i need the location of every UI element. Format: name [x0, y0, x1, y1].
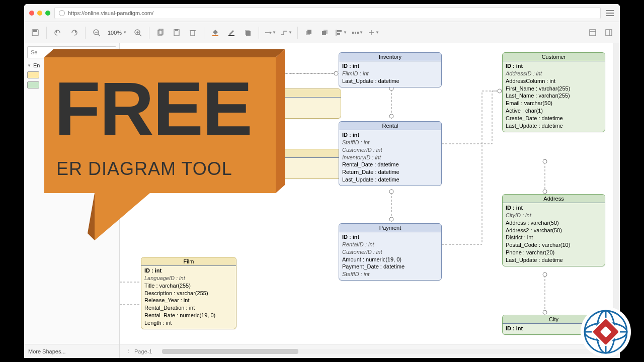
more-shapes-button[interactable]: More Shapes... [24, 344, 120, 358]
line-color-button[interactable] [224, 26, 238, 40]
svg-rect-13 [191, 31, 195, 36]
url-text: https://online.visual-paradigm.com/ [68, 10, 153, 16]
to-back-button[interactable] [318, 26, 332, 40]
entity-column: Last_Name : varchar(255) [506, 92, 602, 100]
svg-rect-27 [352, 32, 354, 34]
entity-title: Rental [339, 122, 441, 130]
outline-panel-toggle[interactable] [602, 26, 616, 40]
entity-column: Title : varchar(255) [144, 282, 233, 290]
window-controls [29, 11, 50, 16]
svg-line-3 [98, 34, 100, 36]
entity-column: ID : int [144, 267, 233, 275]
connection-style-button[interactable]: ▼ [263, 26, 277, 40]
to-front-button[interactable] [302, 26, 316, 40]
info-icon [59, 10, 65, 16]
delete-button[interactable] [186, 26, 200, 40]
vertical-scrollbar[interactable] [613, 43, 620, 344]
svg-point-36 [389, 114, 393, 118]
entity-title: Payment [339, 224, 441, 232]
maximize-window-icon[interactable] [45, 11, 50, 16]
entity-shape-alt-icon[interactable] [27, 81, 39, 88]
entity-column: CustomerID : int [342, 146, 438, 154]
entity-column: AddressID : int [506, 70, 602, 77]
svg-rect-15 [212, 35, 218, 36]
entity-column: Amount : numeric(19, 0) [342, 256, 438, 263]
brand-logo-icon [580, 306, 632, 358]
minimize-window-icon[interactable] [37, 11, 42, 16]
zoom-out-button[interactable] [90, 26, 104, 40]
entity-column: LanguageID : int [144, 275, 233, 282]
diagram-canvas[interactable]: Film ID : intLanguageID : intTitle : var… [120, 43, 613, 344]
align-button[interactable]: ▼ [334, 26, 348, 40]
copy-button[interactable] [153, 26, 168, 40]
menu-icon[interactable] [605, 8, 615, 18]
entity-column: First_Name : varchar(255) [506, 85, 602, 93]
entity-column: Postal_Code : varchar(10) [506, 241, 602, 249]
svg-point-42 [543, 273, 547, 277]
fill-color-button[interactable] [208, 26, 222, 40]
page-tab[interactable]: ⋮Page-1 [120, 348, 158, 354]
entity-shape-icon[interactable] [27, 71, 39, 78]
entity-column: RentalID : int [342, 241, 438, 248]
entity-hidden-1[interactable] [251, 88, 341, 119]
svg-rect-25 [337, 30, 342, 32]
entity-column: StaffID : int [342, 139, 438, 146]
svg-rect-23 [322, 31, 326, 35]
svg-rect-34 [606, 30, 612, 36]
entity-customer[interactable]: Customer ID : intAddressID : intAddressC… [502, 52, 605, 132]
entity-column: Release_Year : int [144, 297, 233, 304]
entity-column: Active : char(1) [506, 107, 602, 115]
entity-address[interactable]: Address ID : intCityID : intAddress : va… [502, 194, 605, 266]
zoom-dropdown[interactable]: 100% ▼ [106, 30, 129, 36]
svg-rect-12 [175, 29, 178, 31]
shapes-sidebar: Se ▼En [24, 43, 120, 344]
format-panel-toggle[interactable] [586, 26, 600, 40]
svg-rect-1 [33, 30, 37, 32]
url-bar[interactable]: https://online.visual-paradigm.com/ [54, 7, 601, 19]
toolbar: 100% ▼ ▼ ▼ ▼ ▼ ▼ [24, 22, 620, 43]
entity-rental[interactable]: Rental ID : intStaffID : intCustomerID :… [339, 121, 442, 186]
horizontal-scrollbar[interactable] [162, 349, 616, 354]
svg-point-41 [543, 190, 547, 194]
entity-payment[interactable]: Payment ID : intRentalID : intCustomerID… [339, 223, 442, 281]
shape-search-input[interactable]: Se [27, 46, 116, 58]
paste-button[interactable] [170, 26, 184, 40]
svg-point-38 [389, 190, 393, 194]
shape-category[interactable]: ▼En [27, 62, 116, 68]
redo-button[interactable] [67, 26, 81, 40]
add-button[interactable]: ▼ [366, 26, 380, 40]
entity-column: CustomerID : int [342, 248, 438, 256]
entity-title: Film [141, 257, 236, 266]
entity-column: Rental_Duration : int [144, 304, 233, 312]
svg-point-39 [389, 217, 393, 221]
save-button[interactable] [28, 26, 42, 40]
waypoint-style-button[interactable]: ▼ [279, 26, 293, 40]
entity-column: StaffID : int [342, 270, 438, 278]
entity-column: Create_Date : datetime [506, 115, 602, 122]
undo-button[interactable] [51, 26, 65, 40]
entity-column: FilmID : int [342, 70, 438, 77]
entity-column: District : int [506, 234, 602, 241]
workspace: Se ▼En [24, 43, 620, 344]
entity-column: Last_Update : datetime [342, 77, 438, 85]
zoom-in-button[interactable] [131, 26, 145, 40]
svg-rect-26 [337, 33, 340, 35]
entity-column: ID : int [342, 131, 438, 139]
entity-film[interactable]: Film ID : intLanguageID : intTitle : var… [141, 257, 236, 329]
entity-column: Email : varchar(50) [506, 100, 602, 107]
entity-hidden-2[interactable] [251, 149, 341, 179]
entity-inventory[interactable]: Inventory ID : intFilmID : intLast_Updat… [339, 52, 442, 87]
shadow-button[interactable] [240, 26, 255, 40]
entity-column: ID : int [342, 62, 438, 70]
entity-column: Description : varchar(255) [144, 290, 233, 297]
svg-rect-18 [246, 31, 251, 36]
distribute-button[interactable]: ▼ [350, 26, 364, 40]
entity-column: Last_Update : datetime [342, 176, 438, 184]
browser-bar: https://online.visual-paradigm.com/ [24, 4, 620, 22]
entity-title: Inventory [339, 53, 441, 61]
entity-column: Payment_Date : datetime [342, 263, 438, 270]
close-window-icon[interactable] [29, 11, 34, 16]
entity-column: CityID : int [506, 212, 602, 219]
entity-column: Last_Update : datetime [506, 122, 602, 130]
svg-point-40 [543, 159, 547, 163]
